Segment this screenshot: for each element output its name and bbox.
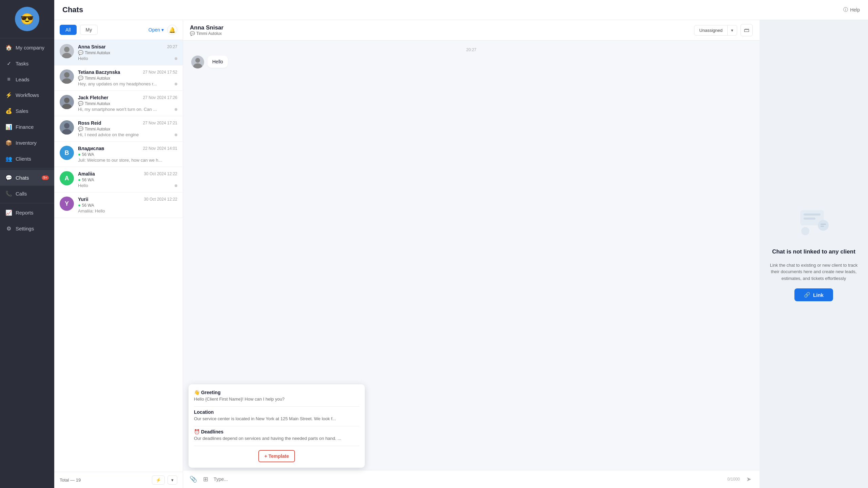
sidebar-item-finance[interactable]: 📊 Finance	[0, 119, 54, 135]
message-input[interactable]	[214, 476, 724, 482]
channel-name: Timmi Autolux	[85, 50, 110, 55]
avatar: B	[60, 146, 74, 160]
chat-channel: ● 56 WA	[78, 203, 177, 208]
sidebar-item-tasks[interactable]: ✓ Tasks	[0, 56, 54, 72]
messenger-icon: 💬	[78, 76, 83, 81]
chat-item[interactable]: Anna Snisar 20:27 💬 Timmi Autolux Hello	[54, 40, 183, 65]
attachment-icon[interactable]: 📎	[189, 475, 198, 483]
chat-list-footer: Total — 19 ⚡ ▾	[54, 472, 183, 488]
chat-preview-text: Hi, my smartphone won't turn on. Can ...	[78, 107, 157, 112]
avatar-letter: B	[65, 149, 69, 157]
chat-item[interactable]: Ross Reid 27 Nov 2024 17:21 💬 Timmi Auto…	[54, 116, 183, 142]
assign-dropdown[interactable]: Unassigned ▾	[694, 25, 737, 36]
main-content: Chats ⓘ Help All My Open ▾ 🔔	[54, 0, 868, 488]
sidebar-item-inventory[interactable]: 📦 Inventory	[0, 135, 54, 151]
avatar-img	[60, 95, 74, 109]
chat-name-row: Tetiana Baczynska 27 Nov 2024 17:52	[78, 69, 177, 75]
tab-my[interactable]: My	[80, 25, 98, 35]
channel-name: 56 WA	[82, 152, 94, 157]
chat-preview: Hi, I need advice on the engine	[78, 132, 177, 137]
sidebar-item-label: Inventory	[16, 140, 37, 146]
template-add-button[interactable]: + Template	[258, 450, 295, 462]
channel-name: 56 WA	[82, 203, 94, 208]
avatar	[60, 44, 74, 58]
chat-item[interactable]: Jack Fletcher 27 Nov 2024 17:26 💬 Timmi …	[54, 91, 183, 116]
filter-bar: ⚡ ▾	[152, 475, 177, 485]
no-client-description: Link the chat to existing or new client …	[770, 262, 858, 282]
sidebar-item-leads[interactable]: ≡ Leads	[0, 72, 54, 87]
avatar: A	[60, 171, 74, 185]
sidebar-item-label: Chats	[16, 175, 29, 181]
channel-name: Timmi Autolux	[85, 127, 110, 131]
svg-point-10	[64, 123, 70, 128]
chat-item[interactable]: Tetiana Baczynska 27 Nov 2024 17:52 💬 Ti…	[54, 65, 183, 91]
archive-button[interactable]: 🗃	[741, 24, 753, 36]
template-separator	[194, 406, 359, 407]
whatsapp-icon: ●	[78, 152, 81, 157]
clients-icon: 👥	[5, 156, 12, 162]
chat-item[interactable]: B Владислав 22 Nov 2024 14:01 ● 56 WA Ju…	[54, 142, 183, 167]
filter-chevron-button[interactable]: ▾	[167, 475, 177, 485]
notification-icon[interactable]: 🔔	[167, 25, 177, 35]
link-icon: 🔗	[804, 292, 810, 298]
sidebar-item-sales[interactable]: 💰 Sales	[0, 103, 54, 119]
send-button[interactable]: ➤	[743, 474, 754, 485]
sidebar-item-workflows[interactable]: ⚡ Workflows	[0, 87, 54, 103]
chevron-down-icon: ▾	[161, 27, 164, 33]
tab-all[interactable]: All	[60, 25, 77, 35]
assign-chevron-icon[interactable]: ▾	[728, 25, 737, 35]
sidebar-item-calls[interactable]: 📞 Calls	[0, 186, 54, 202]
chat-preview-text: Juli: Welcome to our store, how can we h…	[78, 158, 162, 163]
chat-list-header: All My Open ▾ 🔔	[54, 20, 183, 40]
message-time-divider: 20:27	[191, 47, 751, 52]
content-area: All My Open ▾ 🔔	[54, 20, 868, 488]
contact-channel: 💬 Timmi Autolux	[190, 31, 223, 36]
sidebar-item-clients[interactable]: 👥 Clients	[0, 151, 54, 167]
template-separator-3	[194, 446, 359, 446]
chat-contact-name: Tetiana Baczynska	[78, 69, 120, 75]
chat-info: Владислав 22 Nov 2024 14:01 ● 56 WA Juli…	[78, 146, 177, 163]
svg-point-13	[195, 58, 200, 63]
open-filter[interactable]: Open ▾	[149, 27, 164, 33]
sidebar-item-my-company[interactable]: 🏠 My company	[0, 40, 54, 56]
sidebar-item-chats[interactable]: 💬 Chats 9+	[0, 170, 54, 186]
message-item: Hello	[191, 56, 751, 68]
template-item[interactable]: 👋 Greeting Hello {Client First Name}! Ho…	[194, 390, 359, 402]
sidebar-item-label: Calls	[16, 191, 27, 197]
messenger-icon: 💬	[78, 101, 83, 106]
template-add-wrapper: + Template	[194, 449, 359, 462]
chat-item[interactable]: Y Yurii 30 Oct 2024 12:22 ● 56 WA Amalii…	[54, 192, 183, 218]
no-client-icon	[793, 207, 834, 242]
calls-icon: 📞	[5, 190, 12, 197]
whatsapp-icon: ●	[78, 203, 81, 208]
chat-illustration	[793, 207, 834, 241]
help-button[interactable]: ⓘ Help	[843, 7, 860, 13]
sidebar-item-reports[interactable]: 📈 Reports	[0, 205, 54, 221]
read-indicator	[175, 134, 177, 136]
total-count: Total — 19	[60, 477, 81, 483]
tasks-icon: ✓	[5, 60, 12, 67]
chat-preview: Hello	[78, 183, 177, 188]
chat-info: Jack Fletcher 27 Nov 2024 17:26 💬 Timmi …	[78, 95, 177, 112]
chat-time: 22 Nov 2024 14:01	[143, 146, 177, 151]
avatar	[60, 120, 74, 135]
chat-info: Yurii 30 Oct 2024 12:22 ● 56 WA Amaliia:…	[78, 197, 177, 214]
chat-info: Ross Reid 27 Nov 2024 17:21 💬 Timmi Auto…	[78, 120, 177, 137]
sidebar-item-label: Sales	[16, 108, 28, 114]
read-indicator	[175, 108, 177, 111]
sidebar-item-label: Finance	[16, 124, 34, 130]
filter-button[interactable]: ⚡	[152, 475, 165, 485]
template-icon[interactable]: ⊞	[201, 475, 210, 483]
chat-item[interactable]: A Amaliia 30 Oct 2024 12:22 ● 56 WA Hell…	[54, 167, 183, 192]
link-button[interactable]: 🔗 Link	[794, 288, 833, 301]
sidebar-item-settings[interactable]: ⚙ Settings	[0, 221, 54, 237]
template-item[interactable]: ⏰ Deadlines Our deadlines depend on serv…	[194, 429, 359, 441]
sidebar-item-label: Reports	[16, 210, 34, 216]
svg-point-7	[64, 98, 70, 103]
chat-preview-text: Hello	[78, 183, 88, 188]
template-popup: 👋 Greeting Hello {Client First Name}! Ho…	[189, 384, 365, 468]
finance-icon: 📊	[5, 124, 12, 130]
template-separator-2	[194, 426, 359, 426]
page-title: Chats	[62, 5, 83, 14]
template-item[interactable]: Location Our service center is located i…	[194, 409, 359, 421]
